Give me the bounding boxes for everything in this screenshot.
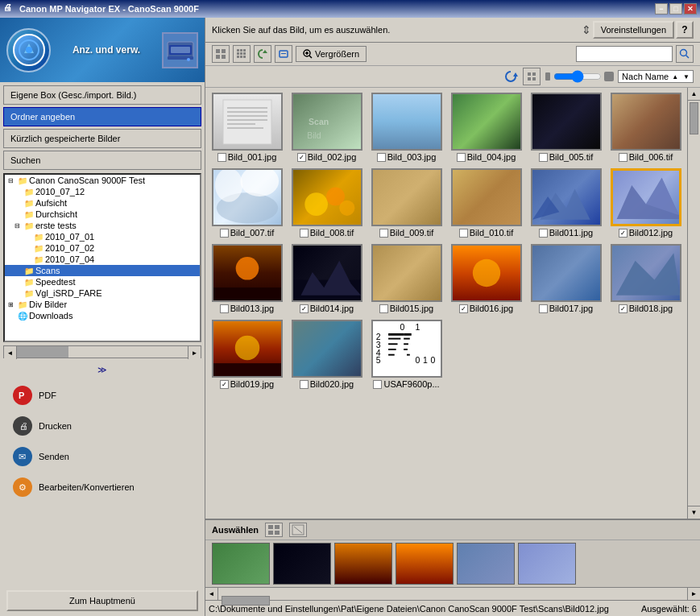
search-button[interactable] xyxy=(676,45,694,63)
rotate-button[interactable] xyxy=(254,45,271,63)
image-checkbox[interactable] xyxy=(539,304,548,313)
scroll-up-button[interactable]: ▲ xyxy=(688,88,700,101)
image-checkbox[interactable] xyxy=(459,229,468,238)
print-button[interactable]: 🖨 Drucken xyxy=(6,411,198,440)
image-checkbox[interactable] xyxy=(373,380,382,389)
selected-thumb[interactable] xyxy=(396,543,454,585)
scroll-left-button[interactable]: ◄ xyxy=(205,588,218,601)
image-item-bild019[interactable]: ✓ Bild019.jpg xyxy=(209,318,285,391)
minimize-button[interactable]: − xyxy=(655,3,668,14)
tree-scroll-left[interactable]: ◄ xyxy=(4,346,17,359)
image-item-bild010[interactable]: Bild_010.tif xyxy=(448,167,524,239)
image-item-bild001[interactable]: Bild_001.jpg xyxy=(209,91,285,163)
collapse-button[interactable]: ≫ xyxy=(0,360,205,378)
size-slider[interactable] xyxy=(544,71,615,82)
edit-button[interactable]: ⚙ Bearbeiten/Konvertieren xyxy=(6,473,198,502)
image-checkbox[interactable] xyxy=(619,153,628,162)
horizontal-scrollbar[interactable]: ◄ ► xyxy=(205,587,700,600)
tree-item[interactable]: 📁 2010_07_12 xyxy=(5,186,200,197)
select-all-button[interactable] xyxy=(265,523,283,537)
image-checkbox[interactable] xyxy=(379,304,388,313)
zoom-button[interactable]: Vergrößern xyxy=(296,46,367,62)
image-item-bild011[interactable]: Bild011.jpg xyxy=(528,167,604,239)
image-checkbox[interactable] xyxy=(379,229,388,238)
image-item-bild009[interactable]: Bild_009.tif xyxy=(368,167,445,239)
scroll-right-button[interactable]: ► xyxy=(687,588,700,601)
sort-selector[interactable]: Nach Name ▲ ▼ xyxy=(618,70,694,83)
tree-item[interactable]: ⊞ 📁 Div Bilder xyxy=(5,299,200,310)
refresh-button[interactable] xyxy=(502,68,520,85)
image-checkbox[interactable] xyxy=(457,153,466,162)
close-button[interactable]: ✕ xyxy=(684,3,697,14)
tree-item[interactable]: 📁 2010_07_02 xyxy=(5,242,200,254)
help-button[interactable]: ? xyxy=(676,21,694,39)
home-button[interactable]: Zum Hauptmenü xyxy=(6,590,198,611)
tree-content[interactable]: ⊟ 📁 Canon CanoScan 9000F Test 📁 2010_07_… xyxy=(5,175,200,341)
scroll-down-button[interactable]: ▼ xyxy=(688,506,700,519)
scan-button[interactable] xyxy=(275,45,292,63)
image-checkbox[interactable]: ✓ xyxy=(297,153,306,162)
selected-thumb[interactable] xyxy=(273,543,331,585)
image-checkbox[interactable] xyxy=(377,153,386,162)
nav-suchen[interactable]: Suchen xyxy=(3,151,201,170)
image-item-bild014[interactable]: ✓ Bild014.jpg xyxy=(288,242,365,315)
nav-eigene-box[interactable]: Eigene Box (Gesc./import. Bild.) xyxy=(3,85,201,105)
view-grid-button[interactable] xyxy=(233,45,251,63)
tree-item-scans[interactable]: 📁 Scans xyxy=(5,265,200,276)
tree-item[interactable]: 📁 Vgl_iSRD_FARE xyxy=(5,287,200,299)
image-item-bild006[interactable]: Bild_006.tif xyxy=(607,91,684,163)
tree-item[interactable]: ⊟ 📁 Canon CanoScan 9000F Test xyxy=(5,175,200,186)
scroll-thumb[interactable] xyxy=(690,102,698,134)
tree-item[interactable]: 📁 2010_07_01 xyxy=(5,231,200,242)
image-item-bild008[interactable]: Bild_008.tif xyxy=(288,167,365,239)
tree-item[interactable]: ⊟ 📁 erste tests xyxy=(5,220,200,231)
image-item-bild005[interactable]: Bild_005.tif xyxy=(528,91,604,163)
search-input[interactable] xyxy=(576,46,673,62)
nav-ordner[interactable]: Ordner angeben xyxy=(3,107,201,126)
vertical-scrollbar[interactable]: ▲ ▼ xyxy=(687,88,700,519)
image-checkbox[interactable] xyxy=(220,304,229,313)
image-checkbox[interactable]: ✓ xyxy=(300,304,309,313)
image-checkbox[interactable]: ✓ xyxy=(220,380,229,389)
image-checkbox[interactable] xyxy=(300,229,309,238)
image-item-bild002[interactable]: Scan Bild ✓ Bild_002.jpg xyxy=(288,91,365,163)
tree-item[interactable]: 📁 Speedtest xyxy=(5,276,200,287)
selected-thumb[interactable] xyxy=(457,543,515,585)
pdf-button[interactable]: P PDF xyxy=(6,381,198,410)
tree-scroll-right[interactable]: ► xyxy=(188,346,201,359)
nav-kurzlich[interactable]: Kürzlich gespeicherte Bilder xyxy=(3,129,201,148)
image-item-usaf[interactable]: 0 1 2 3 4 xyxy=(368,318,445,391)
image-checkbox[interactable] xyxy=(220,229,229,238)
image-item-bild020[interactable]: Bild020.jpg xyxy=(288,318,365,391)
zoom-slider[interactable] xyxy=(553,72,602,81)
image-checkbox[interactable] xyxy=(300,380,309,389)
tree-item[interactable]: 📁 Aufsicht xyxy=(5,197,200,209)
hscroll-thumb[interactable] xyxy=(222,596,270,606)
tree-item[interactable]: 📁 Durchsicht xyxy=(5,209,200,220)
image-checkbox[interactable] xyxy=(217,153,226,162)
selected-thumb[interactable] xyxy=(334,543,392,585)
image-item-bild013[interactable]: Bild013.jpg xyxy=(209,242,285,315)
maximize-button[interactable]: □ xyxy=(669,3,682,14)
settings-button[interactable]: Voreinstellungen xyxy=(593,21,674,39)
image-item-bild016[interactable]: ✓ Bild016.jpg xyxy=(448,242,524,315)
send-button[interactable]: ✉ Senden xyxy=(6,442,198,471)
selected-thumb[interactable] xyxy=(518,543,576,585)
tree-item[interactable]: 🌐 Downloads xyxy=(5,310,200,321)
image-item-bild012[interactable]: ✓ Bild012.jpg xyxy=(607,167,684,239)
selected-thumb[interactable] xyxy=(212,543,270,585)
image-item-bild017[interactable]: Bild017.jpg xyxy=(528,242,604,315)
image-item-bild015[interactable]: Bild015.jpg xyxy=(368,242,445,315)
image-checkbox[interactable] xyxy=(539,229,548,238)
image-item-bild004[interactable]: Bild_004.jpg xyxy=(448,91,524,163)
tree-item[interactable]: 📁 2010_07_04 xyxy=(5,254,200,265)
select-none-button[interactable] xyxy=(289,523,307,537)
image-item-bild003[interactable]: Bild_003.jpg xyxy=(368,91,445,163)
image-checkbox[interactable]: ✓ xyxy=(619,229,628,238)
view-small-btn[interactable] xyxy=(523,68,541,85)
view-small-button[interactable] xyxy=(212,45,230,63)
image-checkbox[interactable] xyxy=(539,153,548,162)
image-checkbox[interactable]: ✓ xyxy=(459,304,468,313)
image-checkbox[interactable]: ✓ xyxy=(619,304,628,313)
image-item-bild018[interactable]: ✓ Bild018.jpg xyxy=(607,242,684,315)
